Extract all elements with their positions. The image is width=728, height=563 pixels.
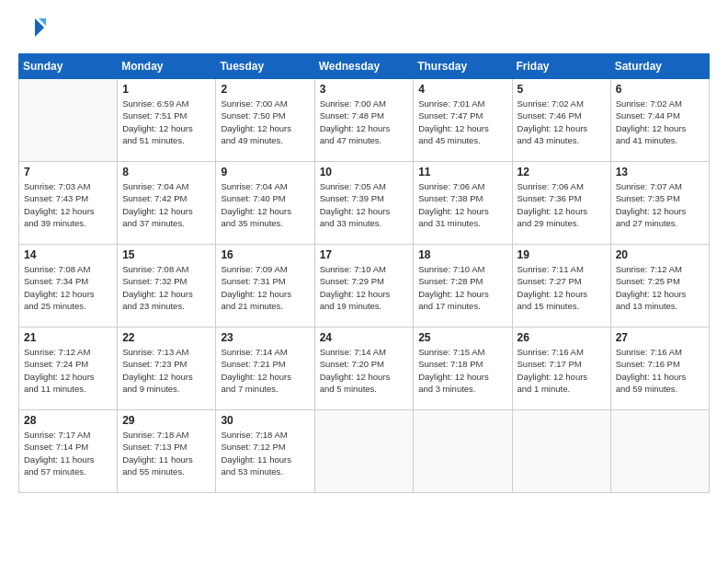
calendar-cell: 27Sunrise: 7:16 AM Sunset: 7:16 PM Dayli… [610,327,709,410]
calendar-cell [314,410,414,493]
calendar-cell: 19Sunrise: 7:11 AM Sunset: 7:27 PM Dayli… [512,245,610,327]
day-info: Sunrise: 7:14 AM Sunset: 7:21 PM Dayligh… [221,346,309,395]
day-number: 12 [518,166,606,178]
week-row-5: 28Sunrise: 7:17 AM Sunset: 7:14 PM Dayli… [19,410,710,493]
day-info: Sunrise: 7:10 AM Sunset: 7:28 PM Dayligh… [418,263,506,312]
day-info: Sunrise: 7:04 AM Sunset: 7:42 PM Dayligh… [122,180,210,229]
day-number: 8 [122,166,210,178]
week-row-4: 21Sunrise: 7:12 AM Sunset: 7:24 PM Dayli… [19,327,710,410]
calendar-cell [19,79,118,162]
day-info: Sunrise: 7:12 AM Sunset: 7:24 PM Dayligh… [24,346,112,395]
calendar-cell: 10Sunrise: 7:05 AM Sunset: 7:39 PM Dayli… [314,162,414,245]
week-row-2: 7Sunrise: 7:03 AM Sunset: 7:43 PM Daylig… [19,162,710,245]
header [18,15,710,42]
day-number: 9 [221,166,309,178]
day-info: Sunrise: 7:00 AM Sunset: 7:48 PM Dayligh… [320,98,409,146]
day-number: 4 [418,83,506,96]
day-info: Sunrise: 7:05 AM Sunset: 7:39 PM Dayligh… [320,180,409,229]
day-info: Sunrise: 7:06 AM Sunset: 7:36 PM Dayligh… [518,180,606,229]
day-info: Sunrise: 7:08 AM Sunset: 7:32 PM Dayligh… [122,263,210,312]
day-number: 29 [122,414,210,427]
day-info: Sunrise: 7:06 AM Sunset: 7:38 PM Dayligh… [418,180,506,229]
day-number: 25 [418,331,506,344]
calendar-cell: 29Sunrise: 7:18 AM Sunset: 7:13 PM Dayli… [118,410,216,493]
calendar-cell: 21Sunrise: 7:12 AM Sunset: 7:24 PM Dayli… [19,327,118,410]
day-number: 7 [24,166,112,178]
calendar-cell: 1Sunrise: 6:59 AM Sunset: 7:51 PM Daylig… [118,79,216,162]
day-header-thursday: Thursday [414,54,512,79]
day-number: 26 [518,331,606,344]
week-row-1: 1Sunrise: 6:59 AM Sunset: 7:51 PM Daylig… [19,79,710,162]
calendar-cell: 13Sunrise: 7:07 AM Sunset: 7:35 PM Dayli… [610,162,709,245]
day-number: 15 [122,248,210,261]
calendar-cell: 30Sunrise: 7:18 AM Sunset: 7:12 PM Dayli… [216,410,314,493]
calendar-cell: 17Sunrise: 7:10 AM Sunset: 7:29 PM Dayli… [314,245,414,327]
calendar-cell [610,410,709,493]
day-info: Sunrise: 7:02 AM Sunset: 7:46 PM Dayligh… [518,98,606,146]
calendar-cell: 2Sunrise: 7:00 AM Sunset: 7:50 PM Daylig… [216,79,314,162]
day-info: Sunrise: 7:07 AM Sunset: 7:35 PM Dayligh… [616,180,704,229]
day-header-friday: Friday [512,54,610,79]
day-info: Sunrise: 7:15 AM Sunset: 7:18 PM Dayligh… [418,346,506,395]
day-info: Sunrise: 7:11 AM Sunset: 7:27 PM Dayligh… [518,263,606,312]
day-number: 17 [320,248,409,261]
calendar-cell: 25Sunrise: 7:15 AM Sunset: 7:18 PM Dayli… [414,327,512,410]
calendar-cell: 5Sunrise: 7:02 AM Sunset: 7:46 PM Daylig… [512,79,610,162]
day-number: 20 [616,248,704,261]
day-number: 19 [518,248,606,261]
calendar-cell: 18Sunrise: 7:10 AM Sunset: 7:28 PM Dayli… [414,245,512,327]
calendar-cell [512,410,610,493]
calendar-cell: 28Sunrise: 7:17 AM Sunset: 7:14 PM Dayli… [19,410,118,493]
day-number: 2 [221,83,309,96]
calendar-cell: 14Sunrise: 7:08 AM Sunset: 7:34 PM Dayli… [19,245,118,327]
day-info: Sunrise: 7:00 AM Sunset: 7:50 PM Dayligh… [221,98,309,146]
day-number: 1 [122,83,210,96]
day-header-saturday: Saturday [610,54,709,79]
calendar-cell [414,410,512,493]
day-number: 14 [24,248,112,261]
day-number: 6 [616,83,704,96]
calendar-cell: 26Sunrise: 7:16 AM Sunset: 7:17 PM Dayli… [512,327,610,410]
calendar-cell: 8Sunrise: 7:04 AM Sunset: 7:42 PM Daylig… [118,162,216,245]
day-number: 3 [320,83,409,96]
day-header-tuesday: Tuesday [216,54,314,79]
day-number: 30 [221,414,309,427]
day-number: 5 [518,83,606,96]
day-number: 24 [320,331,409,344]
day-info: Sunrise: 7:03 AM Sunset: 7:43 PM Dayligh… [24,180,112,229]
day-info: Sunrise: 7:18 AM Sunset: 7:12 PM Dayligh… [221,429,309,477]
day-number: 16 [221,248,309,261]
calendar-cell: 7Sunrise: 7:03 AM Sunset: 7:43 PM Daylig… [19,162,118,245]
calendar-cell: 3Sunrise: 7:00 AM Sunset: 7:48 PM Daylig… [314,79,414,162]
day-info: Sunrise: 7:16 AM Sunset: 7:17 PM Dayligh… [518,346,606,395]
day-number: 27 [616,331,704,344]
calendar-cell: 4Sunrise: 7:01 AM Sunset: 7:47 PM Daylig… [414,79,512,162]
calendar-cell: 9Sunrise: 7:04 AM Sunset: 7:40 PM Daylig… [216,162,314,245]
day-number: 18 [418,248,506,261]
day-info: Sunrise: 7:12 AM Sunset: 7:25 PM Dayligh… [616,263,704,312]
calendar-cell: 15Sunrise: 7:08 AM Sunset: 7:32 PM Dayli… [118,245,216,327]
day-info: Sunrise: 7:17 AM Sunset: 7:14 PM Dayligh… [24,429,112,477]
day-info: Sunrise: 7:14 AM Sunset: 7:20 PM Dayligh… [320,346,409,395]
day-info: Sunrise: 7:16 AM Sunset: 7:16 PM Dayligh… [616,346,704,395]
day-header-wednesday: Wednesday [314,54,414,79]
calendar-cell: 20Sunrise: 7:12 AM Sunset: 7:25 PM Dayli… [610,245,709,327]
day-info: Sunrise: 7:13 AM Sunset: 7:23 PM Dayligh… [122,346,210,395]
day-number: 21 [24,331,112,344]
calendar-cell: 24Sunrise: 7:14 AM Sunset: 7:20 PM Dayli… [314,327,414,410]
day-info: Sunrise: 7:18 AM Sunset: 7:13 PM Dayligh… [122,429,210,477]
calendar-table: SundayMondayTuesdayWednesdayThursdayFrid… [18,53,710,493]
day-number: 23 [221,331,309,344]
calendar-cell: 12Sunrise: 7:06 AM Sunset: 7:36 PM Dayli… [512,162,610,245]
day-info: Sunrise: 7:10 AM Sunset: 7:29 PM Dayligh… [320,263,409,312]
calendar-cell: 6Sunrise: 7:02 AM Sunset: 7:44 PM Daylig… [610,79,709,162]
day-info: Sunrise: 7:02 AM Sunset: 7:44 PM Dayligh… [616,98,704,146]
day-number: 11 [418,166,506,178]
calendar-header-row: SundayMondayTuesdayWednesdayThursdayFrid… [19,54,710,79]
day-number: 13 [616,166,704,178]
day-header-sunday: Sunday [19,54,118,79]
logo [18,15,50,42]
day-info: Sunrise: 7:01 AM Sunset: 7:47 PM Dayligh… [418,98,506,146]
calendar-cell: 16Sunrise: 7:09 AM Sunset: 7:31 PM Dayli… [216,245,314,327]
logo-icon [18,15,46,42]
